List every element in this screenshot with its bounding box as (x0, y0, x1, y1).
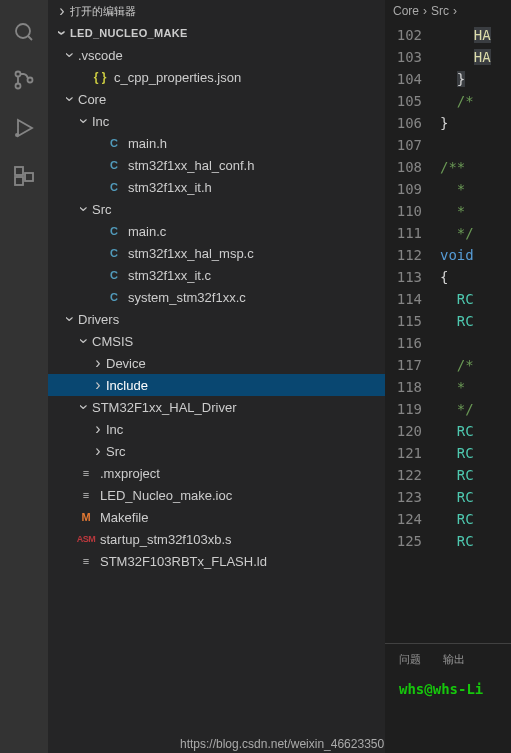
folder-include[interactable]: Include (48, 374, 385, 396)
code-line[interactable]: { (440, 266, 511, 288)
breadcrumb[interactable]: Core › Src › (385, 0, 511, 22)
tree-item-label: .vscode (78, 48, 379, 63)
terminal-prompt[interactable]: whs@whs-Li (399, 681, 511, 697)
tab-output[interactable]: 输出 (443, 652, 465, 667)
code-line[interactable]: */ (440, 398, 511, 420)
svg-point-0 (16, 24, 30, 38)
panel-tabs: 问题 输出 (399, 652, 511, 681)
code-line[interactable] (440, 332, 511, 354)
source-control-icon[interactable] (0, 56, 48, 104)
svg-point-4 (28, 78, 33, 83)
code-line[interactable]: /* (440, 90, 511, 112)
tree-item-label: Include (106, 378, 379, 393)
chevron-down-icon (81, 200, 86, 218)
generic-file-icon: ≡ (78, 487, 94, 503)
line-number: 103 (385, 46, 422, 68)
folder-inc[interactable]: Inc (48, 110, 385, 132)
code-line[interactable]: RC (440, 464, 511, 486)
code-line[interactable]: * (440, 200, 511, 222)
tree-item-label: Device (106, 356, 379, 371)
code-content[interactable]: HA HA } /*}/** * * */void{ RC RC /* * */… (440, 22, 511, 643)
line-number: 118 (385, 376, 422, 398)
svg-line-1 (28, 36, 32, 40)
file-Makefile[interactable]: MMakefile (48, 506, 385, 528)
open-editors-header[interactable]: 打开的编辑器 (48, 0, 385, 22)
line-number: 121 (385, 442, 422, 464)
tab-problems[interactable]: 问题 (399, 652, 421, 667)
code-line[interactable]: RC (440, 530, 511, 552)
code-line[interactable]: RC (440, 508, 511, 530)
generic-file-icon: ≡ (78, 553, 94, 569)
code-line[interactable]: RC (440, 486, 511, 508)
code-line[interactable]: } (440, 68, 511, 90)
project-root-header[interactable]: LED_NUCLEO_MAKE (48, 22, 385, 44)
run-debug-icon[interactable] (0, 104, 48, 152)
code-line[interactable]: RC (440, 442, 511, 464)
breadcrumb-item[interactable]: Core (393, 4, 419, 18)
svg-rect-8 (15, 177, 23, 185)
line-number: 105 (385, 90, 422, 112)
file-startup_stm32f103xb.s[interactable]: ASMstartup_stm32f103xb.s (48, 528, 385, 550)
line-number: 109 (385, 178, 422, 200)
tree-item-label: stm32f1xx_it.c (128, 268, 379, 283)
file-LED_Nucleo_make.ioc[interactable]: ≡LED_Nucleo_make.ioc (48, 484, 385, 506)
activity-bar (0, 0, 48, 753)
code-line[interactable]: } (440, 112, 511, 134)
folder-src[interactable]: Src (48, 198, 385, 220)
file-STM32F103RBTx_FLASH.ld[interactable]: ≡STM32F103RBTx_FLASH.ld (48, 550, 385, 572)
code-editor[interactable]: 1021031041051061071081091101111121131141… (385, 22, 511, 643)
code-line[interactable]: */ (440, 222, 511, 244)
folder-drivers[interactable]: Drivers (48, 308, 385, 330)
code-line[interactable]: RC (440, 420, 511, 442)
chevron-down-icon (67, 46, 72, 64)
file-c_cpp_properties.json[interactable]: { }c_cpp_properties.json (48, 66, 385, 88)
make-file-icon: M (78, 509, 94, 525)
breadcrumb-item[interactable]: Src (431, 4, 449, 18)
file-stm32f1xx_it.c[interactable]: Cstm32f1xx_it.c (48, 264, 385, 286)
file-stm32f1xx_hal_msp.c[interactable]: Cstm32f1xx_hal_msp.c (48, 242, 385, 264)
bottom-panel: 问题 输出 whs@whs-Li (385, 643, 511, 753)
code-line[interactable]: * (440, 376, 511, 398)
tree-item-label: STM32F1xx_HAL_Driver (92, 400, 379, 415)
code-line[interactable]: RC (440, 288, 511, 310)
explorer-sidebar: 打开的编辑器 LED_NUCLEO_MAKE .vscode{ }c_cpp_p… (48, 0, 385, 753)
tree-item-label: Inc (106, 422, 379, 437)
code-line[interactable]: HA (440, 24, 511, 46)
folder-cmsis[interactable]: CMSIS (48, 330, 385, 352)
folder-device[interactable]: Device (48, 352, 385, 374)
extensions-icon[interactable] (0, 152, 48, 200)
svg-point-6 (15, 133, 19, 137)
line-number: 124 (385, 508, 422, 530)
line-number: 123 (385, 486, 422, 508)
tree-item-label: .mxproject (100, 466, 379, 481)
code-line[interactable]: /** (440, 156, 511, 178)
line-number: 112 (385, 244, 422, 266)
line-number: 119 (385, 398, 422, 420)
code-line[interactable] (440, 134, 511, 156)
chevron-right-icon: › (453, 4, 457, 18)
tree-item-label: c_cpp_properties.json (114, 70, 379, 85)
code-line[interactable]: RC (440, 310, 511, 332)
line-number: 114 (385, 288, 422, 310)
file-stm32f1xx_it.h[interactable]: Cstm32f1xx_it.h (48, 176, 385, 198)
folder-.vscode[interactable]: .vscode (48, 44, 385, 66)
tree-item-label: startup_stm32f103xb.s (100, 532, 379, 547)
folder-src[interactable]: Src (48, 440, 385, 462)
file-stm32f1xx_hal_conf.h[interactable]: Cstm32f1xx_hal_conf.h (48, 154, 385, 176)
folder-stm32f1xx_hal_driver[interactable]: STM32F1xx_HAL_Driver (48, 396, 385, 418)
code-line[interactable]: * (440, 178, 511, 200)
code-line[interactable]: void (440, 244, 511, 266)
file-.mxproject[interactable]: ≡.mxproject (48, 462, 385, 484)
tree-item-label: stm32f1xx_hal_conf.h (128, 158, 379, 173)
file-system_stm32f1xx.c[interactable]: Csystem_stm32f1xx.c (48, 286, 385, 308)
code-line[interactable]: /* (440, 354, 511, 376)
line-number: 108 (385, 156, 422, 178)
folder-core[interactable]: Core (48, 88, 385, 110)
folder-inc[interactable]: Inc (48, 418, 385, 440)
tree-item-label: Src (106, 444, 379, 459)
file-main.c[interactable]: Cmain.c (48, 220, 385, 242)
search-icon[interactable] (0, 8, 48, 56)
file-main.h[interactable]: Cmain.h (48, 132, 385, 154)
chevron-right-icon: › (423, 4, 427, 18)
code-line[interactable]: HA (440, 46, 511, 68)
